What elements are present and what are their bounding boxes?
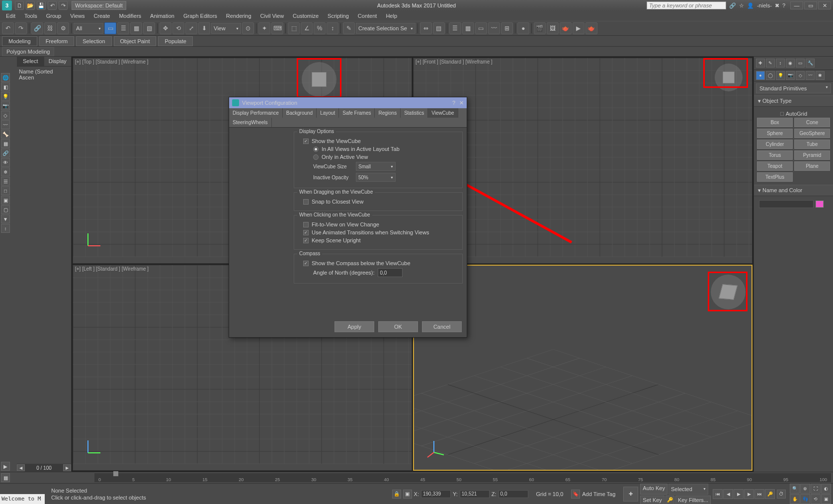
- helpers-button-icon[interactable]: ◇: [796, 71, 805, 80]
- icon-group[interactable]: ▦: [1, 139, 10, 148]
- time-config-icon[interactable]: ⏱: [777, 490, 786, 499]
- close-button[interactable]: ✕: [818, 1, 831, 9]
- tab-steeringwheels[interactable]: SteeringWheels: [229, 118, 272, 127]
- rad-all-views[interactable]: [313, 146, 319, 152]
- workspace-dropdown[interactable]: Workspace: Default: [72, 1, 126, 10]
- set-key-big-icon[interactable]: ✚: [623, 487, 638, 502]
- bind-icon[interactable]: ⚙: [57, 22, 69, 34]
- angle-snap-icon[interactable]: ∠: [301, 22, 313, 34]
- spinner-snap-icon[interactable]: ↕: [327, 22, 338, 34]
- menu-create[interactable]: Create: [89, 12, 114, 20]
- icon-square2[interactable]: ▣: [1, 196, 10, 205]
- auto-key-button[interactable]: Auto Key: [640, 484, 667, 495]
- icon-square3[interactable]: ▢: [1, 205, 10, 214]
- ribbon-icon[interactable]: ▭: [475, 22, 487, 34]
- selection-filter-dropdown[interactable]: All: [74, 23, 103, 34]
- btn-plane[interactable]: Plane: [794, 161, 830, 171]
- menu-group[interactable]: Group: [42, 12, 66, 20]
- vp-top-label[interactable]: [+] [Top ] [Standard ] [Wireframe ]: [75, 59, 149, 65]
- icon-helper[interactable]: ◇: [1, 111, 10, 120]
- placement-icon[interactable]: ⬇: [198, 22, 210, 34]
- rotate-icon[interactable]: ⟲: [172, 22, 184, 34]
- btn-cylinder[interactable]: Cylinder: [757, 140, 793, 149]
- ribbon-tab-object-paint[interactable]: Object Paint: [114, 36, 157, 46]
- object-color-swatch[interactable]: [816, 201, 824, 208]
- edit-selection-icon[interactable]: ✎: [343, 22, 355, 34]
- qat-redo-icon[interactable]: ↷: [59, 1, 68, 10]
- link-icon[interactable]: 🔗: [31, 22, 43, 34]
- dialog-help-button[interactable]: ?: [452, 100, 455, 106]
- layout-icon[interactable]: ▦: [1, 473, 10, 482]
- menu-customize[interactable]: Customize: [289, 12, 323, 20]
- cancel-button[interactable]: Cancel: [422, 321, 462, 332]
- icon-xref[interactable]: 🔗: [1, 148, 10, 157]
- keyboard-shortcut-icon[interactable]: ⌨: [271, 22, 283, 34]
- schematic-icon[interactable]: ⊞: [501, 22, 513, 34]
- scroll-right-icon[interactable]: ▶: [63, 464, 71, 471]
- next-frame-icon[interactable]: ▶: [744, 489, 754, 499]
- time-tag-icon[interactable]: 🔖: [571, 490, 580, 499]
- pan-icon[interactable]: ✋: [790, 494, 800, 504]
- chk-show-viewcube[interactable]: [303, 139, 309, 144]
- select-region-rect-icon[interactable]: ▦: [130, 22, 142, 34]
- maxscript-listener[interactable]: Welcome to M: [0, 494, 45, 504]
- key-mode-dropdown[interactable]: Selected: [668, 484, 708, 495]
- icon-filter[interactable]: ▼: [1, 215, 10, 223]
- material-editor-icon[interactable]: ●: [517, 22, 529, 34]
- add-time-tag[interactable]: Add Time Tag: [582, 491, 615, 497]
- chk-animated-trans[interactable]: [303, 230, 309, 235]
- isolate-icon[interactable]: ▣: [403, 490, 412, 499]
- apply-button[interactable]: Apply: [334, 321, 374, 332]
- zoom-icon[interactable]: 🔍: [790, 484, 800, 494]
- maximize-button[interactable]: ▭: [804, 1, 817, 9]
- named-selection-dropdown[interactable]: Create Selection Se: [356, 23, 416, 34]
- orbit-icon[interactable]: ⟲: [811, 494, 821, 504]
- key-filters-button[interactable]: Key Filters...: [675, 496, 711, 504]
- vp-left-label[interactable]: [+] [Left ] [Standard ] [Wireframe ]: [75, 266, 149, 272]
- user-icon[interactable]: 👤: [747, 2, 754, 9]
- toggle-explorer-icon[interactable]: ▦: [462, 22, 474, 34]
- chk-snap-closest[interactable]: [303, 199, 309, 205]
- icon-freeze[interactable]: ❄: [1, 167, 10, 176]
- tab-regions[interactable]: Regions: [375, 108, 401, 118]
- play-icon[interactable]: ▶: [734, 489, 744, 499]
- exchange-icon[interactable]: ✖: [775, 2, 779, 9]
- curve-editor-icon[interactable]: 〰: [488, 22, 500, 34]
- chk-show-compass[interactable]: [303, 261, 309, 266]
- menu-tools[interactable]: Tools: [20, 12, 41, 20]
- pivot-icon[interactable]: ⊙: [242, 22, 254, 34]
- vp-front-label[interactable]: [+] [Front ] [Standard ] [Wireframe ]: [416, 59, 493, 65]
- qat-new-icon[interactable]: 🗋: [15, 1, 24, 10]
- hierarchy-panel-icon[interactable]: ↕: [776, 59, 785, 68]
- infocenter-icon[interactable]: 🔗: [729, 2, 736, 9]
- btn-geosphere[interactable]: GeoSphere: [794, 129, 830, 138]
- key-mode-toggle-icon[interactable]: 🔑: [765, 489, 775, 499]
- app-logo-icon[interactable]: 3: [2, 0, 12, 10]
- tab-safe-frames[interactable]: Safe Frames: [339, 108, 375, 118]
- window-crossing-icon[interactable]: ▧: [143, 22, 155, 34]
- object-name-input[interactable]: [759, 200, 814, 208]
- redo-icon[interactable]: ↷: [15, 22, 27, 34]
- name-color-rollout[interactable]: ▾ Name and Color: [754, 185, 833, 196]
- spacewarps-button-icon[interactable]: 〰: [806, 71, 815, 80]
- qat-undo-icon[interactable]: ↶: [48, 1, 57, 10]
- fov-icon[interactable]: ◐: [821, 484, 831, 494]
- btn-pyramid[interactable]: Pyramid: [794, 150, 830, 160]
- lock-icon[interactable]: 🔒: [392, 490, 401, 499]
- btn-sphere[interactable]: Sphere: [757, 129, 793, 138]
- qat-save-icon[interactable]: 💾: [37, 1, 46, 10]
- icon-hide[interactable]: 👁: [1, 158, 10, 167]
- menu-modifiers[interactable]: Modifiers: [115, 12, 145, 20]
- menu-graph-editors[interactable]: Graph Editors: [179, 12, 221, 20]
- systems-button-icon[interactable]: ✱: [816, 71, 825, 80]
- select-name-icon[interactable]: ☰: [117, 22, 129, 34]
- modify-panel-icon[interactable]: ✎: [766, 59, 775, 68]
- mirror-icon[interactable]: ⇔: [420, 22, 432, 34]
- icon-camera[interactable]: 📷: [1, 101, 10, 110]
- icon-expand[interactable]: ▶: [1, 462, 10, 471]
- inactive-opacity-dropdown[interactable]: 50%: [356, 173, 396, 182]
- tab-display[interactable]: Display: [44, 57, 72, 66]
- dialog-close-button[interactable]: ✕: [459, 100, 464, 106]
- align-icon[interactable]: ▤: [433, 22, 445, 34]
- tab-display-performance[interactable]: Display Performance: [229, 108, 283, 118]
